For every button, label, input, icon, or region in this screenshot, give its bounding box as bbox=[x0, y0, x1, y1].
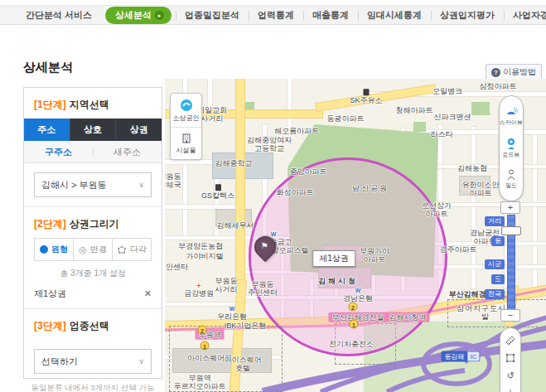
map-label: 가야비지텔 bbox=[186, 252, 224, 260]
nav-item-rent-stats[interactable]: 임대시세통계 bbox=[358, 9, 431, 22]
polygon-shape-icon bbox=[117, 245, 127, 254]
map-label: W경남은행 bbox=[343, 288, 373, 302]
address-subtabs: 구주소 새주소 bbox=[24, 141, 162, 163]
shape-label: 다각 bbox=[130, 244, 147, 255]
nav-item-location-eval[interactable]: 상권입지평가 bbox=[431, 9, 504, 22]
step2-heading: [2단계]상권그리기 bbox=[24, 207, 162, 238]
step1-title: 지역선택 bbox=[70, 99, 109, 110]
roadview-button[interactable]: 로드뷰 bbox=[503, 138, 520, 159]
step2-title: 상권그리기 bbox=[70, 218, 119, 230]
zoom-level-neighborhood[interactable]: 동 bbox=[491, 236, 505, 246]
analysis-panel: [1단계]지역선택 주소 상호 상권 구주소 새주소 김해시 > 부원동 ∨ [… bbox=[23, 87, 162, 379]
zoom-in-button[interactable]: + bbox=[500, 201, 520, 214]
satellite-dish-icon bbox=[505, 107, 518, 118]
nav-item-simple-analysis[interactable]: 간단분석 서비스 bbox=[17, 9, 101, 22]
download-icon bbox=[505, 389, 516, 392]
shape-polygon-button[interactable]: 다각 bbox=[112, 239, 151, 260]
remove-area-icon[interactable]: ✕ bbox=[144, 288, 152, 299]
map-label: 부원동 우체국 bbox=[165, 172, 181, 190]
ruler-icon bbox=[505, 335, 516, 346]
tab-trade-area[interactable]: 상권 bbox=[115, 119, 162, 141]
circle-shape-icon bbox=[40, 245, 48, 254]
region-select[interactable]: 김해시 > 부원동 ∨ bbox=[34, 172, 152, 197]
tab-store-name[interactable]: 상호 bbox=[70, 119, 116, 141]
trade-area-map-label: 제1상권 bbox=[312, 250, 355, 267]
shape-label: 원형 bbox=[51, 244, 68, 255]
shape-radius-button[interactable]: ◎ 반경 bbox=[73, 239, 112, 260]
help-button-label: 이용방법 bbox=[503, 66, 536, 78]
undo-button[interactable]: ↺ bbox=[504, 370, 517, 382]
chevron-down-icon: ∨ bbox=[138, 357, 144, 365]
hospital-icon: + bbox=[196, 283, 201, 289]
nav-item-sales-stats[interactable]: 매출통계 bbox=[303, 9, 358, 22]
map-label: 경주아파트 bbox=[440, 245, 477, 254]
industry-select-hint: 동일분류 내에서 3개까지 선택 가능 bbox=[24, 383, 162, 392]
map-label: 동광아파트 bbox=[327, 114, 365, 123]
map-label: 중앙아파트 bbox=[290, 167, 327, 176]
area-icon bbox=[505, 352, 516, 364]
app-root: 간단분석 서비스 상세분석 ▸ 업종밀집분석 업력통계 매출통계 임대시세통계 … bbox=[0, 0, 546, 392]
small-business-layer-button[interactable]: 소상공인 bbox=[171, 94, 201, 127]
subtab-new-address[interactable]: 새주소 bbox=[93, 141, 162, 162]
bank-icon: W bbox=[230, 306, 235, 312]
industry-select[interactable]: 선택하기 ∨ bbox=[34, 349, 152, 374]
interchange-badge: 동김해 IC bbox=[442, 351, 481, 362]
map-label: +금강병원 bbox=[184, 283, 214, 298]
shape-label: 반경 bbox=[90, 244, 107, 255]
facilities-layer-button[interactable]: 시설물 bbox=[171, 127, 201, 159]
nav-item-industry-density[interactable]: 업종밀집분석 bbox=[176, 9, 249, 22]
step1-heading: [1단계]지역선택 bbox=[24, 88, 162, 119]
map-label: 김해중앙여자 고등학교 bbox=[247, 136, 292, 153]
chevron-down-icon: ∨ bbox=[138, 181, 144, 189]
trade-area-list-item: 제1상권 ✕ bbox=[24, 283, 162, 308]
station-exit-number: 1 bbox=[201, 341, 210, 351]
nav-item-business-age-stats[interactable]: 업력통계 bbox=[249, 9, 303, 22]
download-button[interactable] bbox=[504, 388, 517, 392]
active-arrow-icon: ▸ bbox=[155, 11, 164, 20]
view-button-label: 로드뷰 bbox=[503, 151, 520, 159]
map-label: 해오름아파트 bbox=[274, 127, 319, 135]
nav-item-business-mgmt-eval[interactable]: 사업자경영평가 bbox=[504, 9, 546, 22]
map-label: GS칼텍스 bbox=[201, 184, 234, 200]
small-business-logo-icon bbox=[180, 99, 193, 112]
map-label: 부원역 푸르지오아파트 bbox=[174, 374, 226, 391]
shape-circle-button[interactable]: 원형 bbox=[35, 239, 73, 260]
zoom-level-province[interactable]: 도 bbox=[491, 274, 505, 284]
interchange-suffix: IC bbox=[468, 351, 481, 362]
map-label: 김해중학교 bbox=[215, 159, 253, 167]
station-exit-number: 2 bbox=[198, 326, 207, 335]
tab-address[interactable]: 주소 bbox=[24, 119, 70, 141]
map-label: 부원동 주민센터 bbox=[248, 280, 278, 298]
map-label: 라스타 bbox=[431, 130, 453, 138]
undo-icon: ↺ bbox=[506, 370, 514, 381]
region-tabs: 주소 상호 상권 bbox=[24, 119, 162, 141]
map-label: 김해농협 bbox=[457, 164, 487, 172]
map-label: 부산김해경전철 bbox=[329, 312, 388, 322]
map-label: 부경양돈농협 bbox=[178, 242, 223, 250]
step3-badge: [3단계] bbox=[34, 320, 66, 332]
skyview-button[interactable]: 스카이뷰 bbox=[500, 107, 523, 127]
map-label: 부원동 사거리 bbox=[215, 277, 238, 294]
map-canvas[interactable]: 제일교회 사거리동광아파트해오름아파트김해중앙여자 고등학교SK주유소청해아파트… bbox=[165, 79, 546, 392]
region-select-value: 김해시 > 부원동 bbox=[41, 179, 107, 191]
step2-badge: [2단계] bbox=[34, 218, 66, 230]
zoom-out-button[interactable]: − bbox=[500, 309, 520, 322]
trade-area-name: 제1상권 bbox=[34, 288, 66, 300]
gas-station-icon bbox=[363, 89, 369, 95]
map-label: 치안센터 bbox=[165, 263, 188, 271]
map-layer-buttons: 소상공인 시설물 bbox=[170, 93, 202, 160]
zoom-slider-handle[interactable] bbox=[501, 226, 521, 235]
measure-area-button[interactable] bbox=[504, 352, 517, 364]
help-button[interactable]: ? 이용방법 bbox=[486, 64, 542, 80]
zoom-level-city[interactable]: 시군 bbox=[485, 259, 505, 269]
flag-icon: ⚑ bbox=[255, 238, 273, 254]
subtab-old-address[interactable]: 구주소 bbox=[24, 141, 93, 162]
measure-distance-button[interactable] bbox=[504, 335, 517, 346]
map-label: 부원가야 아파트 bbox=[360, 247, 389, 264]
nav-item-detail-analysis[interactable]: 상세분석 ▸ bbox=[105, 7, 172, 24]
station-exit-number: 1 bbox=[350, 320, 359, 329]
density-button[interactable]: 밀도 bbox=[505, 169, 517, 190]
map-label: 신파크맨션 bbox=[434, 113, 471, 121]
zoom-level-street[interactable]: 거리 bbox=[485, 216, 505, 226]
zoom-level-nationwide[interactable]: 전국 bbox=[485, 289, 505, 299]
